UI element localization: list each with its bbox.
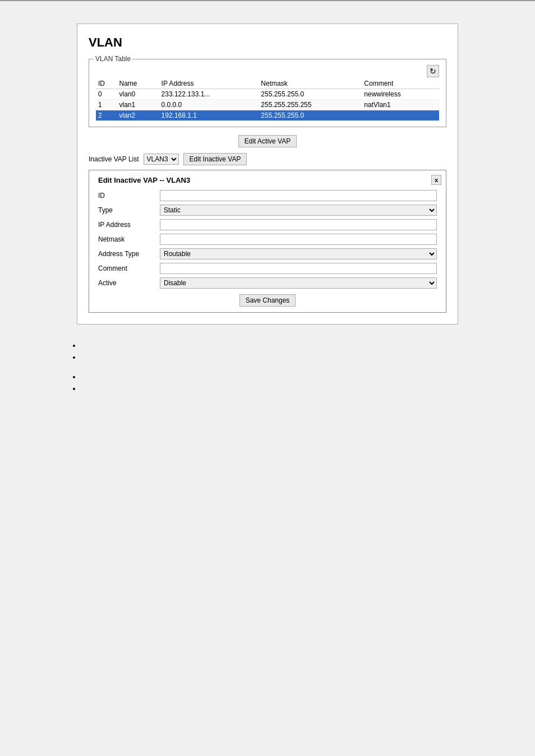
- active-label: Active: [98, 279, 160, 287]
- table-cell-name: vlan1: [117, 100, 159, 110]
- form-row-ip: IP Address: [98, 219, 437, 230]
- form-row-active: Active DisableEnable: [98, 277, 437, 289]
- bullet-group-1: [62, 341, 473, 361]
- ip-input[interactable]: [160, 219, 437, 230]
- save-changes-button[interactable]: Save Changes: [239, 294, 296, 307]
- type-select[interactable]: StaticDynamic: [160, 205, 437, 216]
- table-cell-ip: 0.0.0.0: [159, 100, 259, 110]
- form-row-comment: Comment: [98, 263, 437, 274]
- table-row[interactable]: 2vlan2192.168.1.1255.255.255.0: [96, 110, 439, 121]
- id-label: ID: [98, 192, 160, 200]
- comment-input[interactable]: [160, 263, 437, 274]
- ip-label: IP Address: [98, 221, 160, 229]
- col-ip: IP Address: [159, 78, 259, 89]
- bullet-item-2: [73, 353, 473, 361]
- close-button[interactable]: x: [431, 175, 441, 185]
- col-name: Name: [117, 78, 159, 89]
- table-cell-comment: natVlan1: [362, 100, 439, 110]
- form-row-id: ID: [98, 190, 437, 201]
- bullet-item-4: [73, 384, 473, 393]
- col-id: ID: [96, 78, 117, 89]
- table-cell-netmask: 255.255.255.0: [259, 110, 362, 121]
- bullet-group-2: [62, 373, 473, 393]
- active-select[interactable]: DisableEnable: [160, 277, 437, 289]
- id-input[interactable]: [160, 190, 437, 201]
- table-cell-id: 2: [96, 110, 117, 121]
- inactive-vap-row: Inactive VAP List VLAN3VLAN4VLAN5 Edit I…: [89, 153, 446, 165]
- page-title: VLAN: [89, 35, 446, 50]
- edit-inactive-vap-button[interactable]: Edit Inactive VAP: [183, 153, 247, 165]
- col-comment: Comment: [362, 78, 439, 89]
- inactive-vap-label: Inactive VAP List: [89, 155, 139, 163]
- vlan-table: ID Name IP Address Netmask Comment 0vlan…: [96, 78, 439, 121]
- table-cell-netmask: 255.255.255.255: [259, 100, 362, 110]
- bullet-section: [17, 341, 518, 393]
- form-row-type: Type StaticDynamic: [98, 205, 437, 216]
- bullet-item-1: [73, 341, 473, 350]
- table-cell-ip: 192.168.1.1: [159, 110, 259, 121]
- vlan-table-label: VLAN Table: [94, 55, 132, 63]
- table-row[interactable]: 1vlan10.0.0.0255.255.255.255natVlan1: [96, 100, 439, 110]
- save-row: Save Changes: [98, 294, 437, 307]
- table-cell-comment: newwireless: [362, 89, 439, 100]
- table-cell-id: 1: [96, 100, 117, 110]
- edit-active-vap-button[interactable]: Edit Active VAP: [238, 135, 297, 147]
- table-cell-name: vlan2: [117, 110, 159, 121]
- address-type-select[interactable]: RoutableNon-Routable: [160, 248, 437, 259]
- table-cell-name: vlan0: [117, 89, 159, 100]
- table-row[interactable]: 0vlan0233.122.133.1...255.255.255.0newwi…: [96, 89, 439, 100]
- edit-active-vap-row: Edit Active VAP: [89, 135, 446, 147]
- form-row-netmask: Netmask: [98, 234, 437, 245]
- vlan-panel: VLAN VLAN Table ↻ ID Name IP Address Net…: [77, 24, 458, 324]
- table-cell-ip: 233.122.133.1...: [159, 89, 259, 100]
- edit-form-title: Edit Inactive VAP -- VLAN3: [98, 176, 437, 184]
- type-label: Type: [98, 206, 160, 214]
- netmask-input[interactable]: [160, 234, 437, 245]
- inactive-vap-select[interactable]: VLAN3VLAN4VLAN5: [144, 154, 179, 165]
- col-netmask: Netmask: [259, 78, 362, 89]
- table-cell-netmask: 255.255.255.0: [259, 89, 362, 100]
- bullet-item-3: [73, 373, 473, 381]
- edit-form: Edit Inactive VAP -- VLAN3 x ID Type Sta…: [89, 170, 446, 313]
- table-cell-comment: [362, 110, 439, 121]
- comment-label: Comment: [98, 265, 160, 272]
- address-type-label: Address Type: [98, 250, 160, 258]
- vlan-table-section: VLAN Table ↻ ID Name IP Address Netmask …: [89, 59, 446, 127]
- netmask-label: Netmask: [98, 235, 160, 243]
- form-row-address-type: Address Type RoutableNon-Routable: [98, 248, 437, 259]
- table-cell-id: 0: [96, 89, 117, 100]
- refresh-button[interactable]: ↻: [427, 65, 439, 77]
